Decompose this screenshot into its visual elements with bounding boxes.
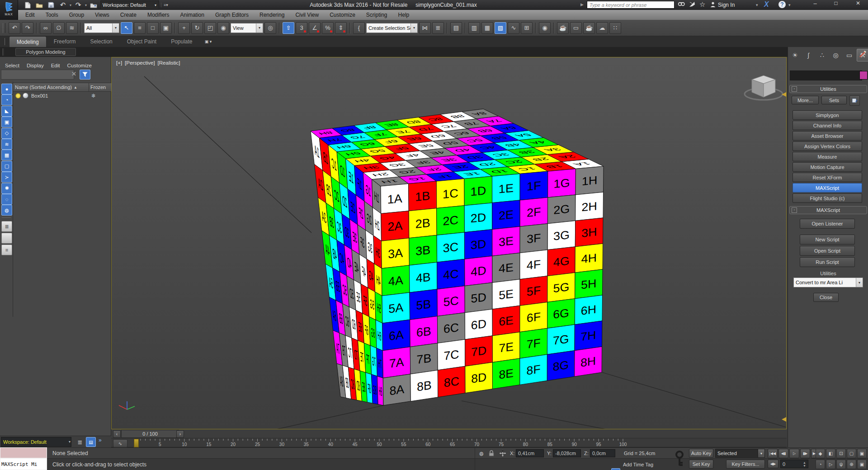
exchange-apps-icon[interactable]: X [764,0,769,9]
maxscript-utility-dropdown[interactable]: Convert to mr Area Li ▾ [793,277,863,287]
time-slider-handle[interactable] [134,439,139,447]
menu-modifiers[interactable]: Modifiers [142,10,175,20]
explorer-search-clear-icon[interactable]: ✕ [71,70,76,77]
display-hidden-icon[interactable]: ◌ [1,194,12,205]
search-expand-icon[interactable]: ▶ [580,2,584,7]
frozen-column-header[interactable]: Frozen [89,83,112,91]
scene-explorer-toggle-icon[interactable]: ▥ [468,22,480,34]
tab-motion[interactable]: ◎ [830,49,842,61]
view-list-icon[interactable]: ≣ [1,221,12,232]
select-and-rotate-icon[interactable]: ↻ [191,22,203,34]
display-groups-icon[interactable]: ▦ [1,150,12,160]
select-object-icon[interactable]: ↖ [121,22,132,34]
viewcube[interactable] [745,75,783,100]
tab-display[interactable]: ▭ [843,49,855,61]
maximize-viewport-toggle-icon[interactable]: ▣ [857,460,867,469]
redo-dropdown-icon[interactable]: ▾ [85,3,87,7]
explorer-menu-customize[interactable]: Customize [65,61,97,70]
play-options-icon[interactable]: ▷ [826,460,835,469]
utility-button-asset-browser[interactable]: Asset Browser [793,131,862,141]
viewport-menu-pov[interactable]: [Perspective] [125,60,155,66]
select-and-scale-icon[interactable]: ◰ [204,22,216,34]
mirror-icon[interactable]: ⋈ [419,22,431,34]
menu-rendering[interactable]: Rendering [254,10,290,20]
key-step-toggle-button[interactable]: ◀▶ [768,460,778,468]
material-editor-icon[interactable]: ◉ [539,22,551,34]
utility-button-motion-capture[interactable]: Motion Capture [793,162,862,172]
panel-corner-icon[interactable] [859,50,867,59]
layer-manager-icon[interactable]: ▤ [450,22,462,34]
render-setup-icon[interactable]: ☕ [557,22,569,34]
more-utilities-button[interactable]: More... [792,96,819,104]
object-color-swatch[interactable] [859,71,868,80]
key-filters-button[interactable]: Key Filters... [726,460,765,469]
workspace-switcher-arrow[interactable]: ▾ [69,440,71,444]
sign-in-label[interactable]: Sign In [718,2,735,8]
name-column-header[interactable]: Name (Sorted Ascending) ▲ [13,83,89,91]
time-slider-prev-button[interactable]: ‹ [113,430,121,438]
utilities-rollout-header[interactable]: - Utilities [789,85,867,93]
viewport[interactable]: [+] [Perspective] [Realistic] 1A1B1C1D1E… [111,57,787,429]
unlink-selection-icon[interactable]: ∅ [53,22,65,34]
sign-in-person-icon[interactable] [710,1,716,9]
close-button[interactable]: ✕ [849,0,867,9]
display-lights-icon[interactable]: ◣ [1,106,12,117]
maxscript-button-new-script[interactable]: New Script [800,235,855,244]
open-file-icon[interactable] [34,0,44,10]
select-and-manipulate-icon[interactable]: ◉ [217,22,229,34]
explorer-menu-select[interactable]: Select [3,61,24,70]
render-production-icon[interactable]: ☕ [583,22,595,34]
auto-key-button[interactable]: Auto Key [689,449,713,458]
menu-scripting[interactable]: Scripting [361,10,393,20]
explorer-menu-edit[interactable]: Edit [49,61,65,70]
render-elements-icon[interactable]: ∷ [609,22,621,34]
project-folder-icon[interactable] [89,0,99,10]
menu-views[interactable]: Views [90,10,115,20]
qat-overflow-icon[interactable]: ≡▾ [161,3,168,7]
time-slider-value-box[interactable]: 0 / 100 [121,430,179,438]
undo-icon[interactable]: ↶ [9,22,20,34]
workspace-switcher[interactable]: Workspace: Default [1,437,71,447]
ribbon-tab-freeform[interactable]: Freeform [47,36,83,47]
menu-group[interactable]: Group [64,10,90,20]
selection-filter-dropdown[interactable]: All▾ [84,23,119,33]
object-row-box001[interactable]: Box001 ❄ [13,91,111,100]
viewport-menu-general[interactable]: [+] [116,60,122,66]
key-mode-dropdown[interactable]: Selected ▾ [715,449,765,458]
select-by-name-icon[interactable]: ≡ [134,22,146,34]
selection-bracket-icon[interactable]: ⊡ [836,449,846,458]
menu-edit[interactable]: Edit [20,10,40,20]
ribbon-overflow-icon[interactable]: ▣ ▾ [200,36,217,47]
visibility-bulb-icon[interactable] [15,93,21,99]
app-logo[interactable]: MAX [0,0,18,20]
utility-button-maxscript[interactable]: MAXScript [793,183,862,193]
tab-hierarchy[interactable]: ∴ [816,49,828,61]
maxscript-button-open-listener[interactable]: Open Listener [800,219,855,229]
explorer-filter-icon[interactable] [80,70,90,80]
ribbon-tab-object-paint[interactable]: Object Paint [120,36,164,47]
explorer-menu-display[interactable]: Display [24,61,49,70]
ribbon-tab-modeling[interactable]: Modeling [9,36,47,47]
undo-dropdown-icon[interactable]: ▾ [70,3,71,7]
menu-animation[interactable]: Animation [175,10,210,20]
explorer-search-input[interactable] [1,70,74,80]
previous-frame-button[interactable]: ◀▮ [778,449,788,458]
set-key-button[interactable]: Set Key [689,460,713,469]
curve-editor-icon[interactable]: ∿ [508,22,519,34]
mini-curve-editor-icon[interactable]: ∿ [113,439,127,447]
snaps-toggle-icon[interactable]: 3 [296,22,307,34]
menu-customize[interactable]: Customize [324,10,361,20]
selection-lock-icon[interactable] [488,450,495,458]
align-icon[interactable]: ≣ [432,22,444,34]
named-selection-set-dropdown[interactable]: Create Selection Se▾ [366,23,418,33]
maxscript-button-open-script[interactable]: Open Script [800,246,855,256]
scene-explorer-bottom-icon[interactable]: ▤ [86,437,96,447]
x-coord-field[interactable]: 0,41cm [516,449,544,457]
window-crossing-toggle-icon[interactable]: ▣ [160,22,172,34]
maxscript-mini-listener-pink[interactable] [0,447,47,458]
default-tangent-icon[interactable]: ◧ [826,449,835,458]
maxscript-collapse-icon[interactable]: - [792,207,797,213]
new-file-icon[interactable] [23,0,33,10]
pan-icon[interactable]: ψ [836,460,846,469]
minimize-button[interactable]: – [807,0,823,9]
